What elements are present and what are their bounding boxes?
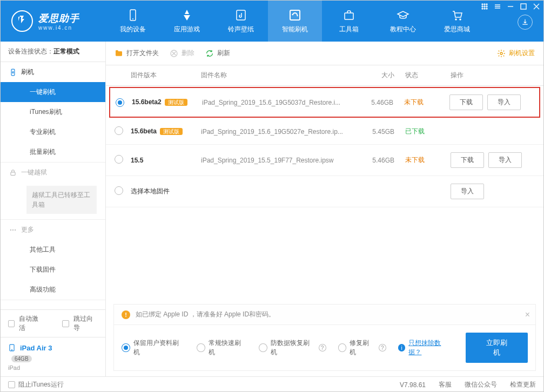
delete-button: 删除 bbox=[170, 49, 194, 58]
firmware-row[interactable]: 15.6beta测试版 iPad_Spring_2019_15.6_19G502… bbox=[106, 119, 543, 145]
opt-anti-recovery[interactable]: 防数据恢复刷机? bbox=[259, 339, 326, 357]
help-icon[interactable]: ? bbox=[379, 344, 386, 352]
firmware-row[interactable]: 15.6beta2测试版 iPad_Spring_2019_15.6_19G50… bbox=[109, 87, 540, 118]
folder-icon bbox=[115, 49, 123, 58]
download-button[interactable] bbox=[518, 15, 533, 30]
lock-icon bbox=[9, 169, 17, 177]
skip-guide-checkbox[interactable] bbox=[62, 320, 69, 327]
nav-tab-flash[interactable]: 智能刷机 bbox=[268, 1, 322, 42]
nav-tab-device[interactable]: 我的设备 bbox=[106, 1, 160, 42]
import-fw-button[interactable]: 导入 bbox=[487, 94, 521, 110]
minimize-icon[interactable] bbox=[507, 3, 514, 10]
svg-point-15 bbox=[486, 8, 487, 9]
erase-link[interactable]: 只想抹除数据？ bbox=[408, 339, 453, 357]
sidebar: 设备连接状态：正常模式 刷机 一键刷机 iTunes刷机 专业刷机 批量刷机 一… bbox=[1, 42, 106, 376]
svg-point-6 bbox=[460, 19, 461, 20]
apps-icon bbox=[180, 9, 193, 22]
block-itunes-checkbox[interactable] bbox=[8, 381, 15, 388]
nav-tab-store[interactable]: 爱思商城 bbox=[430, 1, 484, 42]
alert-bar: ! 如已绑定 Apple ID ，请准备好 Apple ID和密码。 × bbox=[113, 304, 536, 325]
sidebar-jailbreak-header: 一键越狱 bbox=[1, 163, 105, 183]
flash-options: 保留用户资料刷机 常规快速刷机 防数据恢复刷机? 修复刷机? i只想抹除数据？ … bbox=[113, 325, 536, 371]
sidebar-item-other[interactable]: 其他工具 bbox=[1, 240, 105, 260]
import-local-button[interactable]: 导入 bbox=[451, 184, 484, 199]
firmware-row[interactable]: 15.5 iPad_Spring_2019_15.5_19F77_Restore… bbox=[106, 145, 543, 176]
firmware-row-local[interactable]: 选择本地固件 导入 bbox=[106, 176, 543, 207]
sidebar-item-pro[interactable]: 专业刷机 bbox=[1, 122, 105, 142]
sidebar-item-itunes[interactable]: iTunes刷机 bbox=[1, 102, 105, 122]
help-icon[interactable]: ? bbox=[319, 344, 326, 352]
open-folder-button[interactable]: 打开文件夹 bbox=[115, 49, 159, 58]
menu-icon[interactable] bbox=[494, 3, 501, 10]
opt-normal[interactable]: 常规快速刷机 bbox=[197, 339, 247, 357]
svg-point-8 bbox=[484, 4, 485, 5]
download-fw-button[interactable]: 下载 bbox=[449, 94, 483, 110]
music-icon bbox=[234, 9, 247, 22]
toolbox-icon bbox=[342, 9, 355, 22]
sidebar-flash-header[interactable]: 刷机 bbox=[1, 62, 105, 82]
window-controls bbox=[481, 3, 540, 10]
nav-tab-toolbox[interactable]: 工具箱 bbox=[322, 1, 376, 42]
table-header: 固件版本 固件名称 大小 状态 操作 bbox=[106, 65, 543, 86]
app-title: 爱思助手 bbox=[38, 12, 79, 25]
svg-point-19 bbox=[10, 229, 11, 230]
maximize-icon[interactable] bbox=[520, 3, 527, 10]
nav-tabs: 我的设备 应用游戏 铃声壁纸 智能刷机 工具箱 教程中心 爱思商城 bbox=[106, 1, 484, 42]
firmware-radio[interactable] bbox=[115, 155, 123, 164]
grid-icon[interactable] bbox=[481, 3, 488, 10]
check-update-link[interactable]: 检查更新 bbox=[510, 380, 536, 389]
opt-repair[interactable]: 修复刷机? bbox=[338, 339, 386, 357]
flash-now-button[interactable]: 立即刷机 bbox=[466, 333, 528, 363]
delete-icon bbox=[170, 49, 178, 58]
sidebar-more-header[interactable]: 更多 bbox=[1, 220, 105, 240]
firmware-radio[interactable] bbox=[115, 186, 123, 195]
connection-status: 设备连接状态：正常模式 bbox=[1, 42, 105, 62]
import-fw-button[interactable]: 导入 bbox=[488, 152, 522, 168]
refresh-toolbar-icon bbox=[205, 49, 214, 58]
device-info[interactable]: iPad Air 3 64GB iPad bbox=[1, 337, 105, 376]
app-logo-icon bbox=[11, 10, 33, 32]
nav-tab-apps[interactable]: 应用游戏 bbox=[160, 1, 214, 42]
refresh-button[interactable]: 刷新 bbox=[205, 49, 230, 58]
refresh-icon bbox=[288, 9, 301, 22]
service-link[interactable]: 客服 bbox=[439, 380, 452, 389]
warning-icon: ! bbox=[122, 310, 130, 319]
nav-tab-tutorial[interactable]: 教程中心 bbox=[376, 1, 430, 42]
svg-point-12 bbox=[486, 6, 487, 7]
hat-icon bbox=[397, 9, 409, 22]
flash-settings-button[interactable]: 刷机设置 bbox=[497, 49, 535, 58]
toolbar: 打开文件夹 删除 刷新 刷机设置 bbox=[106, 42, 543, 65]
svg-point-11 bbox=[484, 6, 485, 7]
svg-point-25 bbox=[500, 52, 502, 55]
app-url: www.i4.cn bbox=[38, 25, 79, 31]
close-icon[interactable] bbox=[533, 3, 540, 10]
firmware-radio[interactable] bbox=[116, 98, 124, 107]
gear-icon bbox=[497, 49, 506, 58]
svg-point-13 bbox=[482, 8, 483, 9]
sidebar-item-downloadfw[interactable]: 下载固件 bbox=[1, 260, 105, 280]
sidebar-item-batch[interactable]: 批量刷机 bbox=[1, 142, 105, 162]
svg-point-20 bbox=[12, 229, 14, 230]
svg-point-1 bbox=[132, 18, 133, 19]
more-icon bbox=[9, 226, 17, 234]
svg-point-7 bbox=[482, 4, 483, 5]
nav-tab-ringtone[interactable]: 铃声壁纸 bbox=[214, 1, 268, 42]
content-area: 打开文件夹 删除 刷新 刷机设置 固件版本 固件名称 大小 状态 操作 bbox=[106, 42, 543, 376]
svg-point-10 bbox=[482, 6, 483, 7]
sidebar-item-advanced[interactable]: 高级功能 bbox=[1, 280, 105, 300]
firmware-list: 15.6beta2测试版 iPad_Spring_2019_15.6_19G50… bbox=[106, 86, 543, 304]
opt-keep-data[interactable]: 保留用户资料刷机 bbox=[122, 339, 185, 357]
svg-rect-18 bbox=[11, 172, 15, 175]
sidebar-item-oneclick[interactable]: 一键刷机 bbox=[1, 82, 105, 102]
tablet-icon bbox=[8, 343, 16, 353]
svg-rect-16 bbox=[521, 4, 526, 9]
auto-activate-checkbox[interactable] bbox=[8, 320, 15, 327]
wechat-link[interactable]: 微信公众号 bbox=[465, 380, 497, 389]
svg-point-14 bbox=[484, 8, 485, 9]
svg-point-5 bbox=[455, 19, 456, 20]
download-fw-button[interactable]: 下载 bbox=[451, 152, 484, 168]
svg-point-21 bbox=[15, 229, 16, 230]
alert-close-icon[interactable]: × bbox=[525, 310, 530, 320]
firmware-radio[interactable] bbox=[115, 126, 123, 135]
phone-flash-icon bbox=[9, 69, 17, 76]
